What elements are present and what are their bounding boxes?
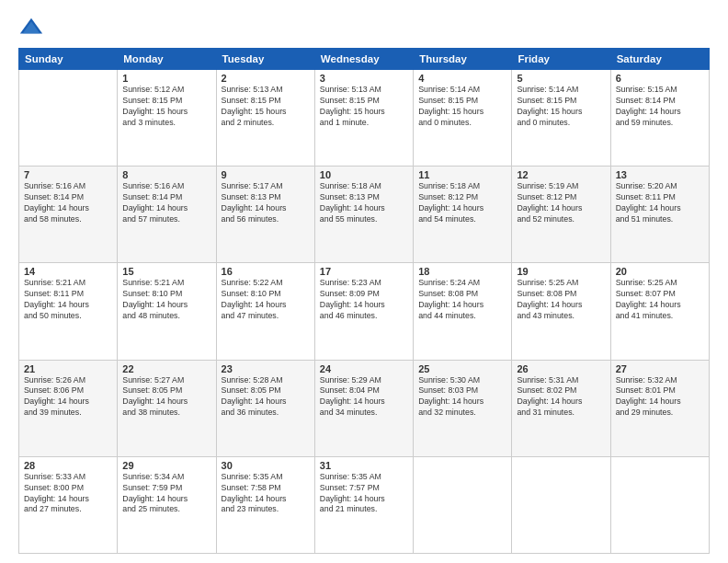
calendar-cell: 29Sunrise: 5:34 AMSunset: 7:59 PMDayligh…: [118, 456, 216, 553]
day-number: 1: [122, 73, 210, 84]
day-number: 11: [418, 169, 506, 180]
day-number: 8: [122, 169, 210, 180]
day-info: Sunrise: 5:14 AMSunset: 8:15 PMDaylight:…: [517, 85, 605, 129]
calendar-cell: 16Sunrise: 5:22 AMSunset: 8:10 PMDayligh…: [216, 263, 314, 360]
day-info: Sunrise: 5:22 AMSunset: 8:10 PMDaylight:…: [222, 278, 310, 322]
calendar-cell: 7Sunrise: 5:16 AMSunset: 8:14 PMDaylight…: [19, 167, 118, 263]
day-info: Sunrise: 5:33 AMSunset: 8:00 PMDaylight:…: [24, 472, 112, 516]
calendar-cell: 11Sunrise: 5:18 AMSunset: 8:12 PMDayligh…: [414, 167, 512, 263]
calendar-cell: 2Sunrise: 5:13 AMSunset: 8:15 PMDaylight…: [216, 70, 314, 167]
calendar-cell: 3Sunrise: 5:13 AMSunset: 8:15 PMDaylight…: [314, 70, 413, 167]
day-number: 19: [517, 266, 605, 277]
calendar-cell: 14Sunrise: 5:21 AMSunset: 8:11 PMDayligh…: [19, 263, 118, 360]
logo-icon: [18, 15, 44, 40]
day-number: 25: [418, 363, 506, 374]
calendar-cell: 13Sunrise: 5:20 AMSunset: 8:11 PMDayligh…: [610, 167, 709, 263]
day-info: Sunrise: 5:34 AMSunset: 7:59 PMDaylight:…: [122, 472, 210, 516]
day-info: Sunrise: 5:24 AMSunset: 8:08 PMDaylight:…: [418, 278, 506, 322]
day-info: Sunrise: 5:30 AMSunset: 8:03 PMDaylight:…: [418, 375, 506, 419]
calendar-week-row: 7Sunrise: 5:16 AMSunset: 8:14 PMDaylight…: [19, 167, 710, 263]
day-number: 9: [222, 169, 310, 180]
day-info: Sunrise: 5:31 AMSunset: 8:02 PMDaylight:…: [517, 375, 605, 419]
day-info: Sunrise: 5:20 AMSunset: 8:11 PMDaylight:…: [616, 181, 704, 225]
header: [18, 15, 710, 40]
day-info: Sunrise: 5:18 AMSunset: 8:13 PMDaylight:…: [320, 181, 408, 225]
calendar-cell: 4Sunrise: 5:14 AMSunset: 8:15 PMDaylight…: [414, 70, 512, 167]
day-number: 3: [320, 73, 408, 84]
calendar-cell: [19, 70, 118, 167]
day-info: Sunrise: 5:25 AMSunset: 8:08 PMDaylight:…: [517, 278, 605, 322]
day-info: Sunrise: 5:16 AMSunset: 8:14 PMDaylight:…: [24, 181, 112, 225]
day-number: 31: [320, 460, 408, 471]
day-number: 30: [222, 460, 310, 471]
calendar-day-header: Thursday: [414, 49, 512, 70]
day-number: 29: [122, 460, 210, 471]
page: SundayMondayTuesdayWednesdayThursdayFrid…: [0, 0, 728, 563]
calendar-day-header: Tuesday: [216, 49, 314, 70]
day-number: 24: [320, 363, 408, 374]
day-number: 26: [517, 363, 605, 374]
calendar-cell: 9Sunrise: 5:17 AMSunset: 8:13 PMDaylight…: [216, 167, 314, 263]
calendar-cell: 6Sunrise: 5:15 AMSunset: 8:14 PMDaylight…: [610, 70, 709, 167]
calendar-cell: 25Sunrise: 5:30 AMSunset: 8:03 PMDayligh…: [414, 360, 512, 456]
day-info: Sunrise: 5:32 AMSunset: 8:01 PMDaylight:…: [616, 375, 704, 419]
calendar-day-header: Wednesday: [314, 49, 413, 70]
day-number: 27: [616, 363, 704, 374]
day-number: 20: [616, 266, 704, 277]
calendar-cell: 18Sunrise: 5:24 AMSunset: 8:08 PMDayligh…: [414, 263, 512, 360]
calendar-week-row: 21Sunrise: 5:26 AMSunset: 8:06 PMDayligh…: [19, 360, 710, 456]
day-number: 13: [616, 169, 704, 180]
calendar-table: SundayMondayTuesdayWednesdayThursdayFrid…: [18, 48, 710, 554]
calendar-week-row: 28Sunrise: 5:33 AMSunset: 8:00 PMDayligh…: [19, 456, 710, 553]
day-info: Sunrise: 5:23 AMSunset: 8:09 PMDaylight:…: [320, 278, 408, 322]
calendar-cell: 8Sunrise: 5:16 AMSunset: 8:14 PMDaylight…: [118, 167, 216, 263]
day-info: Sunrise: 5:25 AMSunset: 8:07 PMDaylight:…: [616, 278, 704, 322]
calendar-cell: 31Sunrise: 5:35 AMSunset: 7:57 PMDayligh…: [314, 456, 413, 553]
day-number: 5: [517, 73, 605, 84]
calendar-day-header: Friday: [512, 49, 610, 70]
day-number: 10: [320, 169, 408, 180]
calendar-cell: 17Sunrise: 5:23 AMSunset: 8:09 PMDayligh…: [314, 263, 413, 360]
day-number: 17: [320, 266, 408, 277]
calendar-cell: 21Sunrise: 5:26 AMSunset: 8:06 PMDayligh…: [19, 360, 118, 456]
day-info: Sunrise: 5:35 AMSunset: 7:58 PMDaylight:…: [222, 472, 310, 516]
day-number: 4: [418, 73, 506, 84]
calendar-week-row: 1Sunrise: 5:12 AMSunset: 8:15 PMDaylight…: [19, 70, 710, 167]
day-number: 23: [222, 363, 310, 374]
calendar-cell: 20Sunrise: 5:25 AMSunset: 8:07 PMDayligh…: [610, 263, 709, 360]
calendar-day-header: Monday: [118, 49, 216, 70]
day-info: Sunrise: 5:28 AMSunset: 8:05 PMDaylight:…: [222, 375, 310, 419]
day-number: 15: [122, 266, 210, 277]
calendar-day-header: Saturday: [610, 49, 709, 70]
day-info: Sunrise: 5:17 AMSunset: 8:13 PMDaylight:…: [222, 181, 310, 225]
day-number: 22: [122, 363, 210, 374]
day-info: Sunrise: 5:13 AMSunset: 8:15 PMDaylight:…: [222, 85, 310, 129]
day-info: Sunrise: 5:26 AMSunset: 8:06 PMDaylight:…: [24, 375, 112, 419]
calendar-cell: 1Sunrise: 5:12 AMSunset: 8:15 PMDaylight…: [118, 70, 216, 167]
calendar-cell: [610, 456, 709, 553]
day-number: 16: [222, 266, 310, 277]
calendar-cell: 30Sunrise: 5:35 AMSunset: 7:58 PMDayligh…: [216, 456, 314, 553]
day-info: Sunrise: 5:13 AMSunset: 8:15 PMDaylight:…: [320, 85, 408, 129]
calendar-cell: [414, 456, 512, 553]
day-info: Sunrise: 5:21 AMSunset: 8:11 PMDaylight:…: [24, 278, 112, 322]
day-info: Sunrise: 5:15 AMSunset: 8:14 PMDaylight:…: [616, 85, 704, 129]
day-number: 7: [24, 169, 112, 180]
day-info: Sunrise: 5:35 AMSunset: 7:57 PMDaylight:…: [320, 472, 408, 516]
day-info: Sunrise: 5:27 AMSunset: 8:05 PMDaylight:…: [122, 375, 210, 419]
day-info: Sunrise: 5:18 AMSunset: 8:12 PMDaylight:…: [418, 181, 506, 225]
calendar-cell: 26Sunrise: 5:31 AMSunset: 8:02 PMDayligh…: [512, 360, 610, 456]
calendar-cell: 12Sunrise: 5:19 AMSunset: 8:12 PMDayligh…: [512, 167, 610, 263]
calendar-cell: 15Sunrise: 5:21 AMSunset: 8:10 PMDayligh…: [118, 263, 216, 360]
day-info: Sunrise: 5:29 AMSunset: 8:04 PMDaylight:…: [320, 375, 408, 419]
day-number: 14: [24, 266, 112, 277]
day-info: Sunrise: 5:19 AMSunset: 8:12 PMDaylight:…: [517, 181, 605, 225]
day-number: 28: [24, 460, 112, 471]
calendar-cell: [512, 456, 610, 553]
calendar-cell: 22Sunrise: 5:27 AMSunset: 8:05 PMDayligh…: [118, 360, 216, 456]
day-info: Sunrise: 5:21 AMSunset: 8:10 PMDaylight:…: [122, 278, 210, 322]
calendar-cell: 23Sunrise: 5:28 AMSunset: 8:05 PMDayligh…: [216, 360, 314, 456]
calendar-cell: 27Sunrise: 5:32 AMSunset: 8:01 PMDayligh…: [610, 360, 709, 456]
logo: [18, 15, 48, 40]
day-info: Sunrise: 5:12 AMSunset: 8:15 PMDaylight:…: [122, 85, 210, 129]
